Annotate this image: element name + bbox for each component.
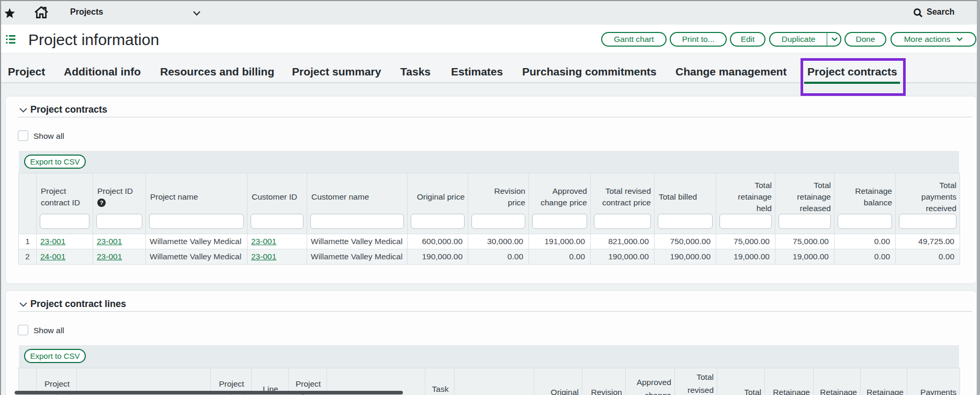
svg-text:?: ?: [100, 200, 104, 206]
